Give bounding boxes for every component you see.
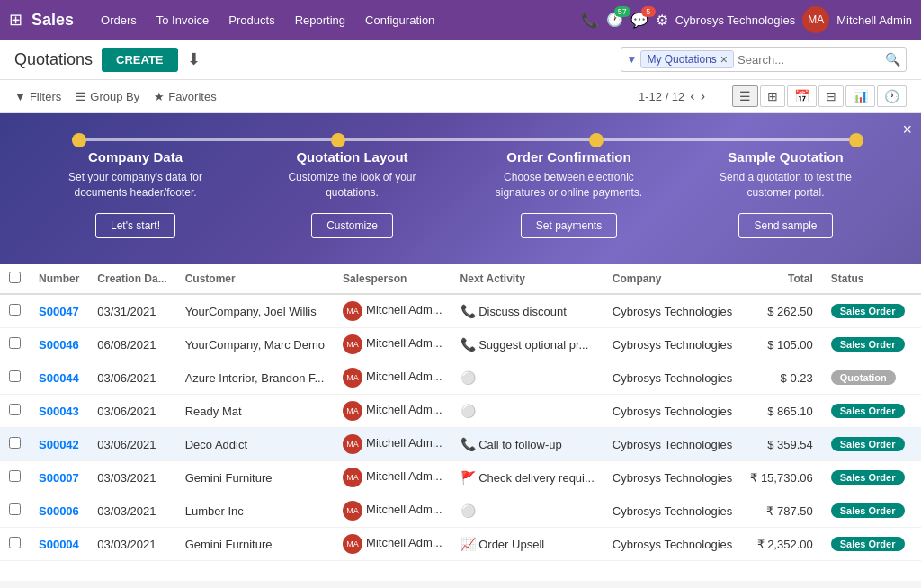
chart-view-button[interactable]: 📊: [845, 85, 875, 107]
settings-icon[interactable]: ⚙: [656, 12, 668, 29]
row-date: 03/03/2021: [88, 461, 175, 494]
activity-text: Call to follow-up: [478, 438, 562, 451]
table-row[interactable]: S00046 06/08/2021 YourCompany, Marc Demo…: [0, 328, 921, 361]
row-date: 03/03/2021: [88, 494, 175, 528]
row-status: Sales Order: [822, 328, 914, 361]
table-row[interactable]: S00004 03/03/2021 Gemini Furniture MAMit…: [0, 528, 921, 561]
search-input[interactable]: [738, 53, 881, 67]
menu-products[interactable]: Products: [219, 8, 283, 32]
next-page-button[interactable]: ›: [701, 88, 705, 104]
row-more: [914, 494, 922, 528]
row-status: Sales Order: [822, 294, 914, 328]
quotations-table-container: Number Creation Da... Customer Salespers…: [0, 264, 921, 581]
row-salesperson: MAMitchell Adm...: [334, 428, 452, 461]
row-checkbox[interactable]: [9, 337, 21, 349]
row-salesperson: MAMitchell Adm...: [334, 395, 452, 428]
table-header: Number Creation Da... Customer Salespers…: [0, 264, 921, 294]
row-checkbox[interactable]: [9, 437, 21, 449]
filters-button[interactable]: ▼ Filters: [14, 90, 61, 103]
list-view-button[interactable]: ☰: [732, 85, 758, 107]
banner-step-2-title: Order Confirmation: [484, 149, 655, 165]
row-more: [914, 294, 922, 328]
filter-tag-close[interactable]: ×: [720, 52, 728, 67]
banner-close-button[interactable]: ×: [902, 120, 912, 139]
col-header-more: ⋮: [914, 264, 922, 294]
download-button[interactable]: ⬇: [187, 49, 201, 69]
favorites-button[interactable]: ★ Favorites: [154, 90, 216, 103]
phone-icon[interactable]: 📞: [581, 12, 599, 29]
filter-icon: ▼: [14, 90, 26, 103]
avatar[interactable]: MA: [802, 6, 829, 33]
row-checkbox[interactable]: [9, 404, 21, 415]
row-more: [914, 361, 922, 395]
table-row[interactable]: S00044 03/06/2021 Azure Interior, Brando…: [0, 361, 921, 395]
menu-to-invoice[interactable]: To Invoice: [148, 8, 219, 32]
row-number: S00047: [30, 294, 88, 328]
clock-view-button[interactable]: 🕐: [877, 85, 907, 107]
filter-tag[interactable]: My Quotations ×: [640, 50, 734, 68]
pagination-text: 1-12 / 12: [639, 90, 684, 103]
banner-step-1-title: Quotation Layout: [267, 149, 438, 165]
table-row[interactable]: S00047 03/31/2021 YourCompany, Joel Will…: [0, 294, 921, 328]
star-icon: ★: [154, 90, 165, 103]
table-row[interactable]: S00007 03/03/2021 Gemini Furniture MAMit…: [0, 461, 921, 494]
groupby-button[interactable]: ☰ Group By: [76, 90, 139, 103]
row-activity: 📞 Suggest optional pr...: [452, 328, 604, 361]
col-header-customer: Customer: [176, 264, 334, 294]
status-badge: Sales Order: [831, 470, 905, 485]
search-icon[interactable]: 🔍: [885, 52, 900, 67]
row-number: S00044: [30, 361, 88, 395]
table-row[interactable]: S00042 03/06/2021 Deco Addict MAMitchell…: [0, 428, 921, 461]
table-row[interactable]: S00043 03/06/2021 Ready Mat MAMitchell A…: [0, 395, 921, 428]
row-checkbox[interactable]: [9, 537, 21, 548]
onboarding-banner: × Company Data Set your company's data f…: [0, 113, 921, 264]
menu-reporting[interactable]: Reporting: [286, 8, 354, 32]
calendar-view-button[interactable]: 📅: [787, 85, 817, 107]
row-salesperson: MAMitchell Adm...: [334, 528, 452, 561]
prev-page-button[interactable]: ‹: [690, 88, 694, 104]
row-checkbox[interactable]: [9, 370, 21, 382]
banner-step-3-desc: Send a quotation to test the customer po…: [701, 170, 872, 200]
row-total: $ 865.10: [741, 395, 821, 428]
grid-icon[interactable]: ⊞: [9, 10, 22, 30]
col-header-activity: Next Activity: [452, 264, 604, 294]
row-number: S00004: [30, 528, 88, 561]
status-badge: Sales Order: [831, 537, 905, 551]
row-company: Cybrosys Technologies: [604, 395, 741, 428]
banner-step-2-btn[interactable]: Set payments: [521, 213, 617, 238]
row-total: $ 0.23: [741, 361, 821, 395]
row-checkbox-cell: [0, 461, 30, 494]
row-customer: Azure Interior, Brandon F...: [176, 361, 334, 395]
row-checkbox[interactable]: [9, 470, 21, 482]
table-row[interactable]: S00006 03/03/2021 Lumber Inc MAMitchell …: [0, 494, 921, 528]
banner-step-1-btn[interactable]: Customize: [311, 213, 393, 238]
activity-icon[interactable]: 🕐 57: [606, 12, 623, 28]
chat-icon[interactable]: 💬 5: [630, 12, 648, 29]
company-name[interactable]: Cybrosys Technologies: [675, 13, 795, 27]
row-customer: Gemini Furniture: [176, 461, 334, 494]
row-checkbox[interactable]: [9, 304, 21, 316]
create-button[interactable]: CREATE: [102, 48, 177, 72]
view-buttons: ☰ ⊞ 📅 ⊟ 📊 🕐: [732, 85, 907, 107]
col-header-number: Number: [30, 264, 88, 294]
row-company: Cybrosys Technologies: [604, 428, 741, 461]
kanban-view-button[interactable]: ⊞: [760, 85, 785, 107]
col-header-company: Company: [604, 264, 741, 294]
status-badge: Sales Order: [831, 304, 905, 318]
filter-row: ▼ Filters ☰ Group By ★ Favorites 1-12 / …: [0, 80, 921, 113]
row-total: ₹ 15,730.06: [741, 461, 821, 494]
brand-name[interactable]: Sales: [31, 11, 74, 30]
row-checkbox[interactable]: [9, 503, 21, 515]
menu-orders[interactable]: Orders: [92, 8, 146, 32]
subheader-right: ▼ My Quotations × 🔍: [621, 47, 907, 72]
top-navigation: ⊞ Sales Orders To Invoice Products Repor…: [0, 0, 921, 40]
banner-step-2-desc: Choose between electronic signatures or …: [484, 170, 655, 200]
grid-view-button[interactable]: ⊟: [818, 85, 844, 107]
select-all-checkbox[interactable]: [9, 272, 21, 283]
col-header-salesperson: Salesperson: [334, 264, 452, 294]
activity-text: Check delivery requi...: [478, 471, 595, 485]
banner-step-0-btn[interactable]: Let's start!: [95, 213, 175, 238]
status-badge: Quotation: [831, 370, 896, 385]
menu-configuration[interactable]: Configuration: [356, 8, 443, 32]
banner-step-3-btn[interactable]: Send sample: [738, 213, 832, 238]
